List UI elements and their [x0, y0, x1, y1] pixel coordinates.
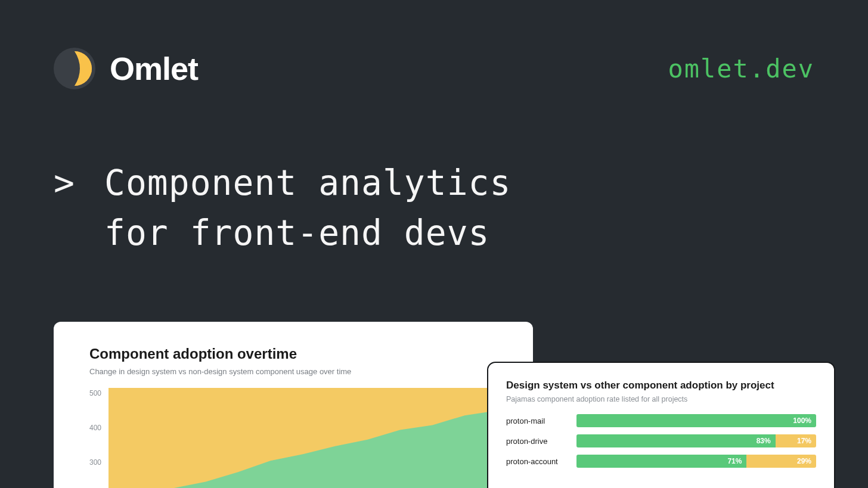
- y-tick: 400: [89, 424, 101, 432]
- bar-track: 83%17%: [576, 434, 816, 447]
- bar-segment-other: 17%: [776, 434, 816, 447]
- chart-title: Design system vs other component adoptio…: [506, 380, 816, 391]
- bar-row: proton-account71%29%: [506, 455, 816, 468]
- brand-name: Omlet: [110, 50, 198, 87]
- site-url[interactable]: omlet.dev: [668, 54, 814, 83]
- chart-subtitle: Change in design system vs non-design sy…: [89, 367, 497, 376]
- bar-segment-other: 29%: [746, 455, 816, 468]
- chart-title: Component adoption overtime: [89, 346, 497, 362]
- bar-segment-design-system: 71%: [576, 455, 746, 468]
- bar-label: proton-drive: [506, 437, 576, 446]
- prompt-chevron-icon: >: [54, 158, 104, 208]
- bar-row: proton-mail100%: [506, 414, 816, 427]
- header: Omlet omlet.dev: [0, 0, 868, 89]
- bar-row: proton-drive83%17%: [506, 434, 816, 447]
- chart-subtitle: Pajamas component adoption rate listed f…: [506, 395, 816, 403]
- bar-track: 100%: [576, 414, 816, 427]
- brand-block: Omlet: [54, 48, 198, 89]
- plot-area: [108, 388, 497, 488]
- y-axis: 500400300200: [89, 388, 108, 488]
- bar-label: proton-mail: [506, 416, 576, 425]
- tagline-line-2: for front-end devs: [54, 208, 868, 258]
- y-tick: 500: [89, 389, 101, 397]
- tagline: >Component analytics for front-end devs: [0, 89, 868, 258]
- bar-rows: proton-mail100%proton-drive83%17%proton-…: [506, 414, 816, 468]
- adoption-over-time-card: Component adoption overtime Change in de…: [54, 322, 533, 488]
- area-chart: 500400300200: [89, 388, 497, 488]
- tagline-line-1: Component analytics: [104, 163, 511, 203]
- bar-segment-design-system: 83%: [576, 434, 776, 447]
- y-tick: 300: [89, 458, 101, 467]
- bar-segment-design-system: 100%: [576, 414, 816, 427]
- bar-track: 71%29%: [576, 455, 816, 468]
- omlet-logo-icon: [54, 48, 95, 89]
- bar-label: proton-account: [506, 457, 576, 466]
- adoption-by-project-card: Design system vs other component adoptio…: [487, 362, 835, 488]
